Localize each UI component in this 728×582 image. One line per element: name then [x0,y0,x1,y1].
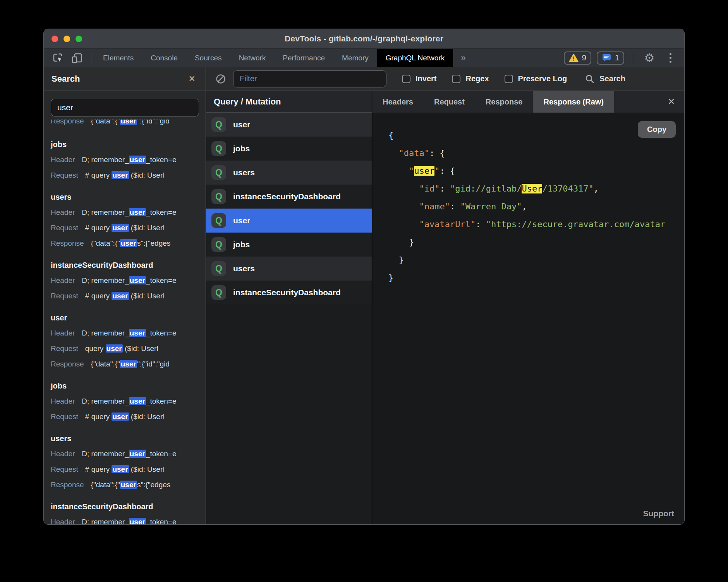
query-item-users[interactable]: Qusers [206,161,372,185]
result-line-request[interactable]: Request# query user ($id: UserI [44,409,206,425]
tab-sources[interactable]: Sources [186,49,230,67]
result-line-header[interactable]: HeaderD; remember_user_token=e [44,514,206,524]
result-line-label: Response [51,481,84,489]
json-token: , [594,184,599,193]
result-line-request[interactable]: Request# query user ($id: UserI [44,220,206,236]
query-item-label: jobs [233,240,250,249]
query-item-instancesecuritydashboard[interactable]: QinstanceSecurityDashboard [206,185,372,209]
query-item-instancesecuritydashboard[interactable]: QinstanceSecurityDashboard [206,281,372,305]
tabbar-left-icons [44,49,88,67]
filterbar-search[interactable]: Search [585,74,625,84]
tab-graphql-network[interactable]: GraphQL Network [377,49,453,67]
settings-gear-icon[interactable]: ⚙ [642,51,657,65]
support-link[interactable]: Support [643,509,674,518]
preserve-log-checkbox-label: Preserve Log [518,74,567,83]
more-tabs-chevron-icon[interactable]: » [453,49,474,67]
filterbar-search-label: Search [599,74,625,83]
query-mutation-list: QuserQjobsQusersQinstanceSecurityDashboa… [206,113,372,305]
search-match-highlight: user [129,397,146,405]
result-line-label: Header [51,208,75,216]
search-query-input[interactable] [51,99,199,116]
result-line-header[interactable]: HeaderD; remember_user_token=e [44,273,206,288]
query-item-users[interactable]: Qusers [206,257,372,281]
query-item-user[interactable]: Quser [206,113,372,137]
filter-input[interactable] [233,70,386,87]
query-type-badge: Q [211,189,226,204]
tab-memory[interactable]: Memory [333,49,377,67]
tab-elements[interactable]: Elements [94,49,142,67]
invert-checkbox-box[interactable] [402,75,410,83]
result-line-response[interactable]: Response{"data":{"users":{"edges [44,236,206,251]
title-bar: DevTools - gitlab.com/-/graphql-explorer [44,29,684,48]
json-token: , [522,202,527,211]
preserve-log-checkbox-box[interactable] [505,75,513,83]
copy-button[interactable]: Copy [638,121,676,138]
result-line-header[interactable]: HeaderD; remember_user_token=e [44,152,206,168]
json-token: } [388,273,393,282]
warnings-badge[interactable]: 9 [564,51,591,65]
json-token: : [476,219,486,229]
search-results-list: jobsHeaderD; remember_user_token=eReques… [44,137,206,524]
minimize-window-button[interactable] [64,36,70,42]
result-line-request[interactable]: Request# query user ($id: UserI [44,462,206,477]
json-token: : { [429,148,445,158]
kebab-menu-icon[interactable] [663,51,678,65]
result-section-users: usersHeaderD; remember_user_token=eReque… [44,431,206,493]
search-match-highlight: user [112,413,129,421]
detail-close-icon[interactable]: ✕ [659,91,684,113]
tab-performance[interactable]: Performance [274,49,333,67]
detail-tab-headers[interactable]: Headers [372,91,424,113]
search-match-highlight: user [112,171,129,179]
result-line-header[interactable]: HeaderD; remember_user_token=e [44,325,206,341]
clipped-result-row[interactable]: Response{"data":{"user":{"id":"gid [44,120,206,130]
inspect-element-icon[interactable] [50,51,65,65]
detail-tab-request[interactable]: Request [424,91,475,113]
tabbar-divider [91,53,91,63]
query-item-user[interactable]: Quser [206,209,372,233]
search-match-highlight: user [129,276,146,284]
tab-console[interactable]: Console [142,49,186,67]
result-line-request[interactable]: Request# query user ($id: UserI [44,168,206,183]
query-item-jobs[interactable]: Qjobs [206,137,372,161]
result-line-response[interactable]: Response{"data":{"user":{"id":"gid [44,356,206,372]
json-token: : [450,202,460,211]
detail-tab-response[interactable]: Response [475,91,533,113]
zoom-window-button[interactable] [76,36,82,42]
result-line-content: # query user ($id: UserI [85,413,165,421]
detail-tab-response-raw[interactable]: Response (Raw) [533,91,614,113]
tab-network[interactable]: Network [230,49,275,67]
result-line-response[interactable]: Response{"data":{"user":{"id":"gid [44,120,206,129]
result-line-content: D; remember_user_token=e [82,518,176,524]
checkbox-regex[interactable]: Regex [452,74,489,83]
block-icon[interactable] [215,74,226,84]
checkbox-invert[interactable]: Invert [402,74,436,83]
search-panel-title: Search [52,74,80,84]
result-line-response[interactable]: Response{"data":{"users":{"edges [44,477,206,493]
toolbar-row: Search ✕ InvertRegexPreserve Log Sea [44,67,684,91]
result-line-content: D; remember_user_token=e [82,156,176,164]
result-line-request[interactable]: Requestquery user ($id: UserI [44,341,206,356]
search-match-highlight: user [120,360,137,368]
checkbox-preserve-log[interactable]: Preserve Log [505,74,567,83]
query-item-jobs[interactable]: Qjobs [206,233,372,257]
filter-checkboxes: InvertRegexPreserve Log [386,74,567,83]
json-line: "user": { [388,162,684,180]
result-line-header[interactable]: HeaderD; remember_user_token=e [44,205,206,220]
json-token: " [409,166,414,176]
result-line-request[interactable]: Request# query user ($id: UserI [44,288,206,304]
result-line-label: Request [51,465,78,473]
result-line-content: D; remember_user_token=e [82,276,176,284]
message-count: 1 [615,53,619,62]
result-line-label: Request [51,224,78,232]
messages-badge[interactable]: 1 [597,51,624,65]
search-match-highlight: user [129,156,146,164]
regex-checkbox-box[interactable] [452,75,460,83]
search-close-icon[interactable]: ✕ [186,73,198,85]
result-line-content: {"data":{"user":{"id":"gid [91,360,170,368]
result-line-content: {"data":{"users":{"edges [91,481,171,489]
result-line-header[interactable]: HeaderD; remember_user_token=e [44,394,206,409]
result-line-header[interactable]: HeaderD; remember_user_token=e [44,446,206,462]
close-window-button[interactable] [52,36,58,42]
result-line-label: Header [51,329,75,337]
device-toolbar-icon[interactable] [69,51,85,65]
